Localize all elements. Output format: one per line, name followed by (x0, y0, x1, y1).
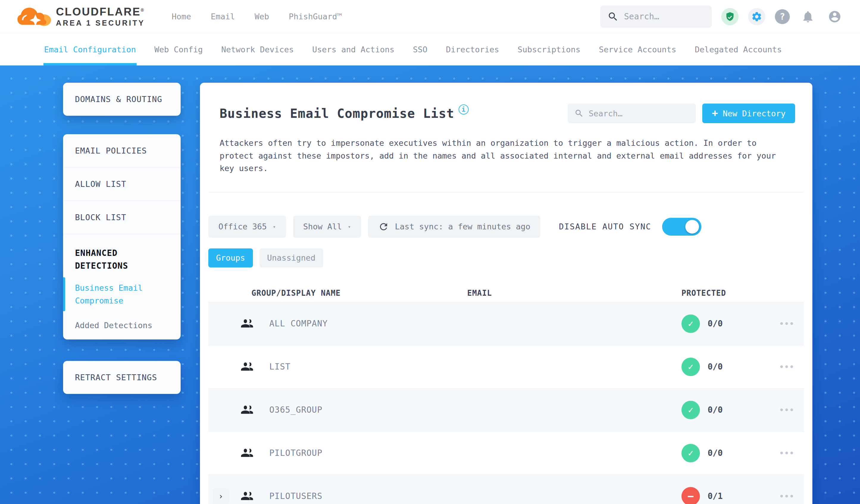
toggle-knob (685, 220, 699, 233)
row-menu-button[interactable] (769, 365, 804, 368)
view-tabs: Groups Unassigned (208, 248, 804, 268)
row-menu-button[interactable] (769, 408, 804, 411)
directory-search[interactable] (568, 103, 696, 123)
sidebar-item-allow-list[interactable]: ALLOW LIST (63, 167, 181, 201)
global-search[interactable] (600, 6, 712, 28)
tab-users-and-actions[interactable]: Users and Actions (312, 33, 394, 66)
sidebar-item-added-detections[interactable]: Added Detections (63, 313, 181, 340)
user-avatar-icon[interactable] (826, 8, 843, 25)
nav-home[interactable]: Home (172, 12, 191, 21)
col-group-display-name: GROUP/DISPLAY NAME (208, 289, 460, 298)
expand-row-button[interactable]: › (213, 488, 229, 504)
tab-subscriptions[interactable]: Subscriptions (517, 33, 580, 66)
shield-check-icon[interactable] (721, 8, 739, 25)
group-name: PILOTGROUP (269, 448, 460, 458)
sidebar-item-domains-routing[interactable]: DOMAINS & ROUTING (63, 83, 181, 116)
chevron-down-icon: ▾ (273, 224, 276, 230)
tab-network-devices[interactable]: Network Devices (221, 33, 294, 66)
gear-icon[interactable] (748, 8, 765, 25)
col-protected: PROTECTED (668, 289, 769, 298)
show-filter-value: Show All (303, 222, 342, 231)
plus-icon: + (712, 107, 718, 119)
directory-select[interactable]: Office 365 ▾ (208, 216, 286, 238)
help-icon[interactable]: ? (775, 9, 790, 24)
protected-status-badge: ✓ (682, 315, 700, 333)
tab-delegated-accounts[interactable]: Delegated Accounts (695, 33, 782, 66)
protected-count: 0/0 (708, 405, 723, 415)
table-header: GROUP/DISPLAY NAME EMAIL PROTECTED (208, 284, 804, 302)
nav-phishguard[interactable]: PhishGuard™ (289, 12, 342, 21)
global-search-input[interactable] (624, 12, 705, 21)
domains-routing-card: DOMAINS & ROUTING (63, 83, 181, 116)
directory-search-input[interactable] (589, 109, 689, 118)
brand-text: CLOUDFLARE® AREA 1 SECURITY (56, 6, 145, 27)
protected-status-badge: ✓ (682, 444, 700, 462)
table-row[interactable]: › PILOTUSERS − 0/1 (208, 475, 804, 504)
row-menu-button[interactable] (769, 452, 804, 454)
config-tabbar: Email Configuration Web Config Network D… (0, 33, 860, 66)
show-filter-select[interactable]: Show All ▾ (293, 216, 361, 238)
sidebar-section-enhanced-detections[interactable]: ENHANCED DETECTIONS (63, 234, 181, 275)
protected-cell: ✓ 0/0 (668, 358, 769, 376)
table-body: › ALL COMPANY ✓ 0/0 › LIST ✓ 0/0 › O365_… (208, 302, 804, 504)
col-email: EMAIL (460, 289, 668, 298)
tab-unassigned[interactable]: Unassigned (259, 248, 324, 268)
last-sync-text: Last sync: a few minutes ago (395, 222, 530, 231)
groups-table: GROUP/DISPLAY NAME EMAIL PROTECTED › ALL… (208, 284, 804, 504)
protected-cell: ✓ 0/0 (668, 315, 769, 333)
content-area: DOMAINS & ROUTING EMAIL POLICIES ALLOW L… (0, 66, 860, 504)
brand-name: CLOUDFLARE (56, 6, 141, 18)
primary-nav: Home Email Web PhishGuard™ (172, 12, 342, 21)
group-name: PILOTUSERS (269, 491, 460, 501)
sidebar: DOMAINS & ROUTING EMAIL POLICIES ALLOW L… (63, 83, 181, 394)
cloudflare-logo[interactable]: CLOUDFLARE® AREA 1 SECURITY (17, 6, 145, 28)
tab-service-accounts[interactable]: Service Accounts (599, 33, 676, 66)
protected-count: 0/0 (708, 362, 723, 372)
protected-count: 0/1 (708, 491, 723, 501)
sidebar-item-business-email-compromise[interactable]: Business Email Compromise (63, 275, 181, 313)
table-row[interactable]: › PILOTGROUP ✓ 0/0 (208, 431, 804, 475)
row-menu-button[interactable] (769, 322, 804, 325)
info-icon[interactable]: i (459, 104, 469, 115)
sidebar-item-email-policies[interactable]: EMAIL POLICIES (63, 134, 181, 167)
protected-status-badge: ✓ (682, 401, 700, 419)
page-description: Attackers often try to impersonate execu… (220, 137, 788, 175)
tab-email-configuration[interactable]: Email Configuration (44, 33, 136, 66)
search-icon (574, 109, 584, 118)
table-row[interactable]: › LIST ✓ 0/0 (208, 345, 804, 388)
nav-web[interactable]: Web (255, 12, 269, 21)
search-icon (607, 11, 619, 22)
directory-select-value: Office 365 (218, 222, 267, 231)
page-title: Business Email Compromise List (220, 106, 455, 121)
group-icon (241, 317, 269, 330)
group-icon (241, 490, 269, 503)
disable-auto-sync-label: DISABLE AUTO SYNC (559, 222, 651, 231)
protected-count: 0/0 (708, 319, 723, 329)
sidebar-item-block-list[interactable]: BLOCK LIST (63, 201, 181, 234)
cloudflare-cloud-icon (17, 6, 52, 28)
protected-cell: ✓ 0/0 (668, 401, 769, 419)
tab-groups[interactable]: Groups (208, 248, 253, 268)
group-name: ALL COMPANY (269, 319, 460, 329)
brand-subtitle: AREA 1 SECURITY (56, 19, 145, 27)
chevron-down-icon: ▾ (348, 224, 351, 230)
tab-directories[interactable]: Directories (446, 33, 499, 66)
bell-icon[interactable] (799, 8, 817, 25)
auto-sync-toggle[interactable] (662, 218, 701, 236)
new-directory-label: New Directory (723, 109, 786, 118)
table-row[interactable]: › ALL COMPANY ✓ 0/0 (208, 302, 804, 345)
tab-web-config[interactable]: Web Config (155, 33, 203, 66)
group-icon (241, 447, 269, 460)
title-row: Business Email Compromise List i + New D… (220, 103, 795, 123)
main-panel: Business Email Compromise List i + New D… (200, 83, 812, 504)
header-actions: ? (600, 6, 843, 28)
nav-email[interactable]: Email (211, 12, 235, 21)
row-menu-button[interactable] (769, 495, 804, 498)
chevron-right-icon: › (218, 492, 223, 501)
protected-status-badge: ✓ (682, 358, 700, 376)
group-icon (241, 360, 269, 373)
sidebar-item-retract-settings[interactable]: RETRACT SETTINGS (63, 361, 181, 394)
new-directory-button[interactable]: + New Directory (702, 103, 795, 123)
tab-sso[interactable]: SSO (413, 33, 428, 66)
table-row[interactable]: › O365_GROUP ✓ 0/0 (208, 388, 804, 431)
